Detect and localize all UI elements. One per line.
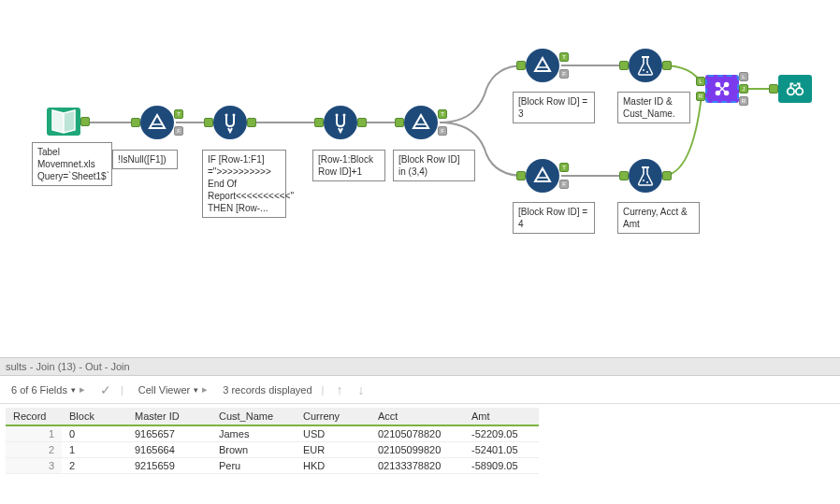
browse-tool[interactable] [778,75,812,103]
filter-tool-4[interactable]: T F [526,159,559,193]
svg-point-28 [796,88,803,94]
filter-tool-1[interactable]: T F [140,106,174,139]
cell-acct: 02133378820 [370,458,464,474]
join-right-anchor: R [696,92,705,101]
table-row[interactable]: 1 0 9165657 James USD 02105078820 -52209… [6,425,539,442]
filter-icon [140,106,174,139]
col-amt[interactable]: Amt [464,408,539,425]
join-tool[interactable]: L R L J R [705,75,739,103]
svg-point-9 [233,114,236,117]
filter-icon [526,159,559,193]
flask-icon [629,49,662,82]
table-row[interactable]: 3 2 9215659 Peru HKD 02133378820 -58909.… [6,458,539,474]
join-left-anchor: L [696,77,705,86]
cell-master: 9215659 [127,458,211,474]
formula-3-label: Master ID & Cust_Name. [617,92,690,123]
filter-icon [404,106,438,139]
up-arrow-icon[interactable]: ↑ [333,382,345,397]
svg-point-8 [225,114,228,117]
cell-record: 1 [6,425,62,442]
svg-point-27 [788,88,794,94]
svg-point-11 [343,114,346,117]
col-curr[interactable]: Curreny [296,408,370,425]
formula-icon [213,106,247,139]
join-icon [705,75,739,103]
svg-point-19 [643,180,644,181]
cell-name: Brown [211,442,296,458]
results-toolbar: 6 of 6 Fields ▾ ▸ ✓ | Cell Viewer ▾ ▸ 3 … [0,376,840,404]
cell-viewer-dropdown[interactable]: Cell Viewer ▾ ▸ [133,382,213,397]
book-icon [47,108,80,136]
filter-4-label: [Block Row ID] = 4 [513,202,595,234]
svg-point-16 [643,69,644,71]
records-count: 3 records displayed [223,384,311,396]
cell-record: 3 [6,458,62,474]
cell-master: 9165657 [127,425,211,442]
down-arrow-icon[interactable]: ↓ [355,382,367,397]
filter-1-label: !IsNull([F1]) [112,150,178,169]
cell-block: 2 [62,458,127,474]
binoculars-icon [778,75,812,103]
cell-amt: -52401.05 [464,442,539,458]
formula-icon [324,106,357,139]
workflow-canvas[interactable]: Tabel Movemnet.xls Query=`Sheet1$` T F !… [0,0,840,355]
col-block[interactable]: Block [62,408,127,425]
fields-label: 6 of 6 Fields [11,384,67,396]
results-panel: sults - Join (13) - Out - Join 6 of 6 Fi… [0,357,840,504]
formula-tool-3[interactable] [629,49,662,82]
filter-3-label: [Block Row ID] = 3 [513,92,595,123]
svg-point-17 [646,71,648,73]
cell-amt: -58909.05 [464,458,539,474]
table-row[interactable]: 2 1 9165664 Brown EUR 02105099820 -52401… [6,442,539,458]
svg-point-10 [336,114,339,117]
cell-acct: 02105099820 [370,442,464,458]
cell-block: 0 [62,425,127,442]
col-master[interactable]: Master ID [127,408,211,425]
cell-curr: USD [296,425,370,442]
filter-tool-3[interactable]: T F [526,49,559,82]
cell-curr: EUR [296,442,370,458]
fields-dropdown[interactable]: 6 of 6 Fields ▾ ▸ [6,382,91,397]
filter-icon [526,49,559,82]
cell-curr: HKD [296,458,370,474]
col-name[interactable]: Cust_Name [211,408,296,425]
cell-block: 1 [62,442,127,458]
flask-icon [629,159,662,193]
cell-name: James [211,425,296,442]
input-tool[interactable] [47,108,80,136]
formula-4-label: Curreny, Acct & Amt [617,202,700,234]
col-acct[interactable]: Acct [370,408,464,425]
cell-master: 9165664 [127,442,211,458]
svg-point-20 [646,181,648,183]
input-tool-label: Tabel Movemnet.xls Query=`Sheet1$` [32,142,112,186]
filter-2-label: [Block Row ID] in (3,4) [393,150,475,181]
formula-tool-1[interactable] [213,106,247,139]
formula-tool-4[interactable] [629,159,662,193]
formula-2-label: [Row-1:Block Row ID]+1 [312,150,385,181]
formula-1-label: IF [Row-1:F1] =">>>>>>>>>> End Of Report… [202,150,286,218]
col-record[interactable]: Record [6,408,62,425]
cell-amt: -52209.05 [464,425,539,442]
cell-record: 2 [6,442,62,458]
results-table[interactable]: Record Block Master ID Cust_Name Curreny… [6,408,539,474]
check-icon[interactable]: ✓ [100,382,111,397]
results-header: sults - Join (13) - Out - Join [0,358,840,376]
cell-name: Peru [211,458,296,474]
filter-tool-2[interactable]: T F [404,106,438,139]
formula-tool-2[interactable] [324,106,357,139]
cell-acct: 02105078820 [370,425,464,442]
